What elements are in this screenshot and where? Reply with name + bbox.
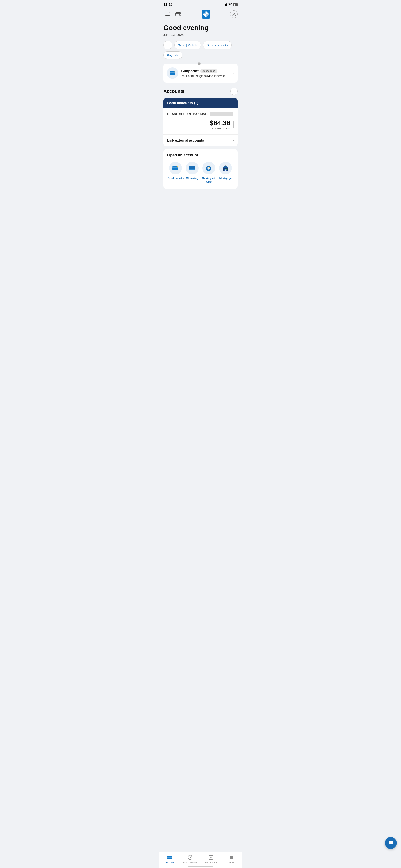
status-icons: 37: [223, 3, 238, 6]
nav-pay-transfer-icon: [187, 855, 193, 860]
pay-bills-button[interactable]: Pay bills: [163, 52, 182, 59]
accounts-more-button[interactable]: ···: [230, 88, 238, 95]
snapshot-content: Snapshot 30 sec read Your card usage is …: [167, 67, 227, 79]
nav-item-accounts[interactable]: Accounts: [162, 855, 177, 864]
bottom-nav: Accounts Pay & transfer Plan & track: [159, 852, 242, 868]
svg-rect-0: [176, 12, 181, 16]
nav-more-icon: [229, 855, 234, 860]
status-time: 11:15: [163, 3, 172, 7]
card-add-icon[interactable]: [174, 10, 182, 18]
open-account-card: Open an account Credit cards: [163, 149, 238, 189]
accounts-title: Accounts: [163, 89, 184, 94]
svg-rect-34: [225, 169, 226, 170]
savings-label: Savings & CDs: [200, 177, 217, 184]
wifi-icon: [228, 3, 232, 6]
svg-point-13: [174, 71, 175, 72]
svg-marker-35: [223, 165, 228, 168]
deposit-checks-button[interactable]: Deposit checks: [203, 41, 232, 50]
header-left-icons: [163, 10, 182, 18]
app-header: [159, 8, 242, 21]
profile-icon[interactable]: [230, 10, 238, 18]
savings-icon: [202, 162, 215, 175]
balance-divider: [233, 121, 234, 128]
account-number-blur: [210, 112, 233, 116]
nav-accounts-label: Accounts: [165, 861, 174, 864]
svg-rect-16: [173, 169, 175, 169]
credit-cards-label: Credit cards: [167, 177, 183, 180]
send-zelle-button[interactable]: Send | Zelle®: [174, 41, 201, 50]
battery-icon: 37: [233, 3, 238, 6]
link-external-label: Link external accounts: [167, 138, 204, 143]
mortgage-option[interactable]: Mortgage: [217, 162, 234, 184]
home-indicator: [188, 866, 213, 867]
svg-rect-30: [208, 170, 209, 170]
link-external-chevron-icon: ›: [232, 138, 234, 143]
account-name: CHASE SECURE BANKING: [167, 112, 207, 116]
open-account-title: Open an account: [167, 153, 234, 157]
credit-cards-option[interactable]: Credit cards: [167, 162, 184, 184]
accounts-card: Bank accounts (1) CHASE SECURE BANKING $…: [163, 98, 238, 146]
nav-pay-transfer-label: Pay & transfer: [183, 861, 198, 864]
svg-rect-38: [226, 169, 227, 170]
snapshot-card-icon: [167, 67, 178, 79]
snapshot-text: Snapshot 30 sec read Your card usage is …: [181, 69, 227, 78]
svg-rect-12: [170, 73, 172, 74]
svg-rect-43: [209, 856, 213, 859]
nav-item-plan-track[interactable]: Plan & track: [203, 855, 218, 864]
status-bar: 11:15 37: [159, 0, 242, 8]
svg-rect-15: [172, 167, 178, 168]
link-external-row[interactable]: Link external accounts ›: [163, 134, 238, 146]
svg-rect-41: [168, 858, 169, 859]
signal-icon: [223, 3, 227, 6]
snapshot-title: Snapshot: [181, 69, 199, 73]
main-content: Good evening June 13, 2024 + Send | Zell…: [159, 21, 242, 209]
balance-label: Available balance: [210, 127, 231, 130]
snapshot-description: Your card usage is $388 this week.: [181, 74, 227, 78]
chase-logo: [202, 10, 210, 19]
chat-icon[interactable]: [163, 10, 171, 18]
greeting-text: Good evening: [163, 24, 238, 32]
nav-item-more[interactable]: More: [224, 855, 239, 864]
svg-point-9: [233, 13, 235, 14]
mortgage-icon: [219, 162, 232, 175]
credit-card-icon: [169, 162, 182, 175]
checking-label: Checking: [186, 177, 198, 180]
nav-plan-track-label: Plan & track: [204, 861, 217, 864]
svg-rect-37: [225, 165, 226, 165]
svg-point-17: [177, 166, 178, 167]
add-button[interactable]: +: [163, 41, 172, 50]
date-text: June 13, 2024: [163, 33, 238, 36]
nav-plan-track-icon: [208, 855, 214, 860]
account-row[interactable]: CHASE SECURE BANKING $64.36 Available ba…: [163, 108, 238, 134]
bank-accounts-header: Bank accounts (1): [163, 98, 238, 108]
savings-option[interactable]: Savings & CDs: [200, 162, 217, 184]
checking-option[interactable]: Checking: [184, 162, 201, 184]
nav-more-label: More: [229, 861, 234, 864]
quick-actions: + Send | Zelle® Deposit checks Pay bills: [163, 41, 238, 59]
snapshot-badge: 30 sec read: [200, 69, 217, 73]
svg-rect-11: [170, 72, 175, 73]
snapshot-chevron-icon: ›: [233, 71, 234, 76]
svg-rect-40: [167, 857, 172, 858]
bank-accounts-label: Bank accounts (1): [167, 101, 198, 105]
accounts-section-header: Accounts ···: [163, 88, 238, 95]
nav-accounts-icon: [167, 855, 172, 860]
account-options: Credit cards Checking: [167, 162, 234, 184]
balance-amount: $64.36: [210, 119, 231, 127]
mortgage-label: Mortgage: [219, 177, 232, 180]
svg-point-28: [209, 167, 210, 168]
snapshot-indicator-dot: [198, 62, 200, 65]
svg-rect-22: [189, 166, 195, 169]
nav-item-pay-transfer[interactable]: Pay & transfer: [183, 855, 198, 864]
snapshot-card[interactable]: Snapshot 30 sec read Your card usage is …: [163, 64, 238, 83]
checking-icon: [186, 162, 199, 175]
